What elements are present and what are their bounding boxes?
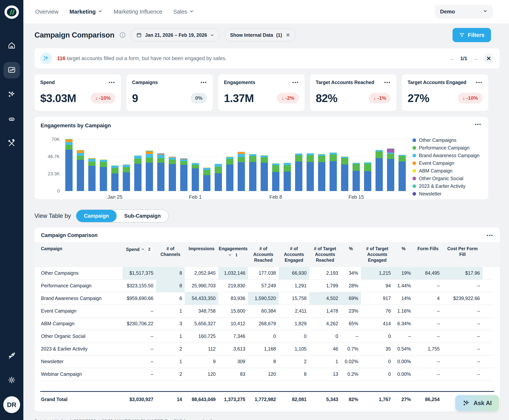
- legend-item[interactable]: Brand Awareness Campaign: [412, 153, 479, 158]
- chart-bar[interactable]: [215, 164, 222, 191]
- chart-bar[interactable]: [65, 139, 73, 191]
- info-icon[interactable]: [119, 32, 126, 38]
- toggle-sub-campaign[interactable]: Sub-Campaign: [117, 210, 168, 222]
- close-banner-icon[interactable]: ✕: [483, 53, 494, 64]
- chart-bar[interactable]: [272, 163, 279, 191]
- sidebar-item-ai[interactable]: [3, 87, 20, 103]
- chart-bar[interactable]: [353, 163, 360, 191]
- chart-bar[interactable]: [146, 151, 153, 191]
- chart-bar[interactable]: [330, 153, 337, 191]
- chart-bar[interactable]: [100, 159, 107, 191]
- chart-bar[interactable]: [134, 155, 142, 191]
- table-menu-button[interactable]: •••: [487, 233, 493, 238]
- sidebar-item-integrations[interactable]: [3, 111, 20, 128]
- chart-menu-button[interactable]: •••: [475, 122, 481, 127]
- chart-bar[interactable]: [226, 157, 233, 191]
- table-cell: 0: [361, 330, 394, 343]
- legend-item[interactable]: Event Campaign: [412, 160, 479, 166]
- table-header-cell[interactable]: Spend2: [122, 242, 156, 267]
- table-cell: 84,495: [414, 267, 442, 279]
- chart-bar[interactable]: [88, 158, 96, 191]
- kpi-menu-button[interactable]: •••: [109, 80, 115, 85]
- chart-bar[interactable]: [77, 150, 84, 191]
- chart-bar[interactable]: [157, 154, 165, 191]
- chart-bar[interactable]: [169, 157, 176, 191]
- legend-item[interactable]: Other Organic Social: [412, 176, 479, 181]
- nav-marketing-influence[interactable]: Marketing Influence: [114, 9, 162, 15]
- table-header-cell[interactable]: # of Accounts Engaged: [279, 242, 309, 267]
- nav-sales[interactable]: Sales: [173, 9, 194, 15]
- filters-button[interactable]: Filters: [453, 28, 491, 42]
- ask-ai-button[interactable]: Ask AI: [455, 395, 499, 411]
- chart-bar[interactable]: [238, 152, 245, 191]
- chart-bar[interactable]: [318, 154, 325, 191]
- chart-bar[interactable]: [376, 150, 383, 191]
- table-header-cell[interactable]: # of Target Accounts Engaged: [361, 242, 394, 267]
- account-selector[interactable]: Demo: [435, 5, 493, 18]
- account-selector-value: Demo: [440, 9, 455, 15]
- sidebar-item-analytics[interactable]: [3, 62, 20, 78]
- sidebar-item-tools[interactable]: [3, 135, 20, 152]
- sidebar-item-home[interactable]: [3, 38, 20, 54]
- table-header-cell[interactable]: Campaign: [40, 242, 122, 267]
- chart-bar[interactable]: [387, 149, 394, 191]
- table-header-cell[interactable]: # of Channels: [156, 242, 185, 267]
- campaign-name-cell: Newsletter: [40, 355, 122, 368]
- chart-bar[interactable]: [398, 155, 406, 191]
- table-header-cell[interactable]: Cost Per Form Fill: [442, 242, 483, 267]
- user-avatar[interactable]: DR: [3, 396, 20, 413]
- chart-bar[interactable]: [341, 157, 348, 191]
- internal-data-filter-pill[interactable]: Show Internal Data (1) ✕: [225, 29, 295, 42]
- table-header-cell[interactable]: %: [341, 242, 361, 267]
- bar-segment: [65, 145, 73, 150]
- page-content: Campaign Comparison Jan 21, 2026 – Feb 1…: [23, 23, 509, 420]
- table-header-cell[interactable]: # of Accounts Reached: [248, 242, 279, 267]
- legend-item[interactable]: Performance Campaign: [412, 145, 479, 151]
- table-cell: 0.2%: [341, 368, 361, 380]
- kpi-menu-button[interactable]: •••: [200, 80, 207, 85]
- sidebar-item-settings[interactable]: [3, 372, 20, 389]
- chart-bar[interactable]: [261, 155, 268, 191]
- next-insight-icon[interactable]: →: [472, 55, 478, 62]
- nav-overview[interactable]: Overview: [35, 9, 58, 15]
- chart-bar[interactable]: [180, 158, 188, 191]
- kpi-menu-button[interactable]: •••: [476, 80, 483, 85]
- chart-bar[interactable]: [203, 167, 211, 191]
- kpi-menu-button[interactable]: •••: [292, 80, 299, 85]
- bar-segment: [146, 151, 153, 154]
- bar-segment: [123, 167, 130, 172]
- sidebar-item-launch[interactable]: [3, 348, 20, 365]
- chart-bar[interactable]: [192, 163, 199, 191]
- bar-segment: [353, 164, 360, 171]
- bar-segment: [169, 160, 176, 164]
- chart-bar[interactable]: [284, 163, 291, 191]
- insight-count: 116: [57, 55, 66, 61]
- table-header-cell[interactable]: %: [394, 242, 414, 267]
- table-header-cell[interactable]: Form Fills: [414, 242, 442, 267]
- kpi-menu-button[interactable]: •••: [384, 80, 391, 85]
- chart-bar[interactable]: [364, 162, 371, 191]
- chart-bar[interactable]: [295, 154, 302, 191]
- legend-item[interactable]: Other Campaigns: [412, 137, 479, 143]
- campaign-name-cell: Performance Campaign: [40, 280, 122, 292]
- legend-item[interactable]: Newsletter: [412, 191, 479, 197]
- nav-marketing[interactable]: Marketing: [69, 9, 103, 15]
- legend-item[interactable]: ABM Campaign: [412, 168, 479, 174]
- remove-filter-icon[interactable]: ✕: [286, 32, 290, 38]
- chart-bar[interactable]: [123, 165, 130, 191]
- table-header-cell[interactable]: Engagements1: [218, 242, 248, 267]
- toggle-campaign[interactable]: Campaign: [76, 210, 117, 222]
- table-cell: 2: [156, 343, 185, 355]
- date-range-picker[interactable]: Jan 21, 2026 – Feb 19, 2026: [131, 29, 220, 42]
- prev-insight-icon[interactable]: ←: [449, 55, 455, 62]
- legend-item[interactable]: 2023 & Earlier Activity: [412, 183, 479, 189]
- chart-bar[interactable]: [249, 154, 256, 191]
- sparkle-icon: [463, 399, 470, 407]
- table-header-cell[interactable]: # of Target Accounts Reached: [309, 242, 341, 267]
- chart-bar[interactable]: [111, 165, 119, 191]
- brand-logo[interactable]: [3, 4, 20, 19]
- chart-bar[interactable]: [307, 153, 314, 191]
- bar-segment: [249, 156, 256, 162]
- table-cell: $230,706.22: [122, 318, 156, 330]
- table-header-cell[interactable]: Impressions: [185, 242, 218, 267]
